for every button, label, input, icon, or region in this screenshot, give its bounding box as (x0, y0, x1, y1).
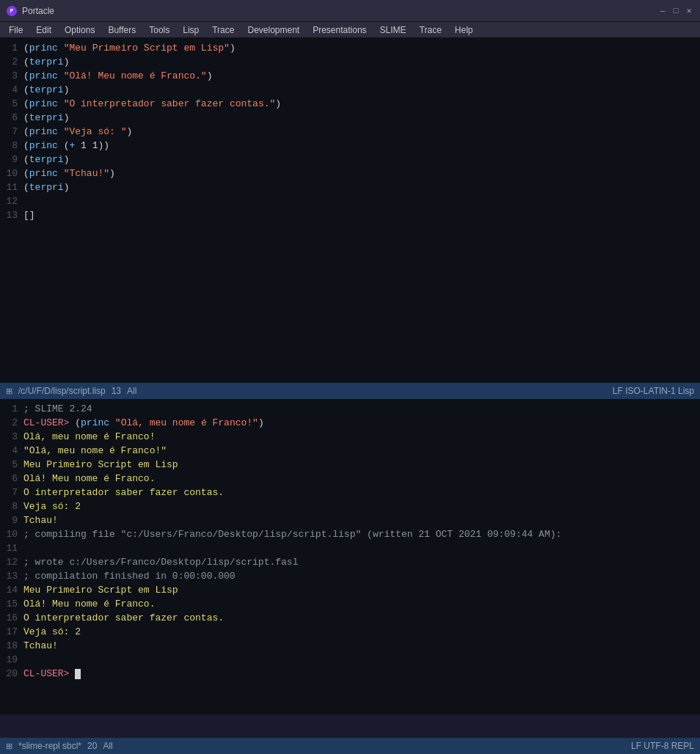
app-icon: P (6, 5, 18, 17)
repl-line-14: 14 Meu Primeiro Script em Lisp (0, 583, 700, 597)
repl-line-12: 12 ; wrote c:/Users/Franco/Desktop/lisp/… (0, 555, 700, 569)
editor-line-13: 13 [] (0, 208, 700, 222)
repl-line-20: 20 CL-USER> (0, 667, 700, 681)
repl-status-lines: 20 (87, 741, 97, 751)
repl-line-11: 11 (0, 541, 700, 555)
repl-code-area: 1 ; SLIME 2.24 2 CL-USER> (princ "Olá, m… (0, 399, 700, 684)
repl-line-5: 5 Meu Primeiro Script em Lisp (0, 458, 700, 472)
editor-code-area: 1 (princ "Meu Primeiro Script em Lisp") … (0, 38, 700, 225)
editor-encoding: LF ISO-LATIN-1 Lisp (613, 386, 694, 396)
repl-line-4: 4 "Olá, meu nome é Franco!" (0, 444, 700, 458)
repl-line-10: 10 ; compiling file "c:/Users/Franco/Des… (0, 527, 700, 541)
repl-status-icon: ⊞ (6, 742, 12, 751)
repl-encoding: LF UTF-8 REPL (631, 741, 694, 751)
close-button[interactable]: ✕ (684, 6, 694, 16)
editor-line-8: 8 (princ (+ 1 1)) (0, 139, 700, 153)
editor-line-7: 7 (princ "Veja só: ") (0, 125, 700, 139)
menu-edit[interactable]: Edit (30, 23, 57, 37)
repl-line-1: 1 ; SLIME 2.24 (0, 402, 700, 416)
editor-line-10: 10 (princ "Tchau!") (0, 166, 700, 180)
editor-status-lines: 13 (112, 386, 121, 396)
editor-line-9: 9 (terpri) (0, 153, 700, 166)
repl-line-6: 6 Olá! Meu nome é Franco. (0, 472, 700, 486)
menubar: File Edit Options Buffers Tools Lisp Tra… (0, 22, 700, 38)
menu-trace1[interactable]: Trace (206, 23, 240, 37)
editor-status-path: /c/U/F/D/lisp/script.lisp (18, 386, 106, 396)
repl-pane[interactable]: 1 ; SLIME 2.24 2 CL-USER> (princ "Olá, m… (0, 399, 700, 714)
menu-help[interactable]: Help (449, 23, 479, 37)
editor-line-2: 2 (terpri) (0, 55, 700, 69)
window-title: Portacle (22, 6, 657, 16)
editor-status-bar: ⊞ /c/U/F/D/lisp/script.lisp 13 All LF IS… (0, 383, 700, 399)
repl-line-7: 7 O interpretador saber fazer contas. (0, 486, 700, 499)
repl-status-left: ⊞ *slime-repl sbcl* 20 All (6, 741, 113, 751)
menu-lisp[interactable]: Lisp (177, 23, 205, 37)
menu-presentations[interactable]: Presentations (307, 23, 372, 37)
titlebar: P Portacle — □ ✕ (0, 0, 700, 22)
menu-tools[interactable]: Tools (143, 23, 175, 37)
repl-line-13: 13 ; compilation finished in 0:00:00.000 (0, 569, 700, 583)
editor-pane[interactable]: 1 (princ "Meu Primeiro Script em Lisp") … (0, 38, 700, 383)
editor-line-6: 6 (terpri) (0, 111, 700, 125)
editor-status-right: LF ISO-LATIN-1 Lisp (613, 386, 694, 396)
editor-line-1: 1 (princ "Meu Primeiro Script em Lisp") (0, 41, 700, 55)
portacle-logo: P (7, 6, 17, 16)
editor-status-left: ⊞ /c/U/F/D/lisp/script.lisp 13 All (6, 386, 136, 396)
repl-status-right: LF UTF-8 REPL (631, 741, 694, 751)
menu-trace2[interactable]: Trace (414, 23, 448, 37)
repl-line-2: 2 CL-USER> (princ "Olá, meu nome é Franc… (0, 416, 700, 430)
menu-slime[interactable]: SLIME (374, 23, 412, 37)
editor-line-5: 5 (princ "O interpretador saber fazer co… (0, 97, 700, 111)
menu-options[interactable]: Options (59, 23, 101, 37)
repl-status-name: *slime-repl sbcl* (18, 741, 81, 751)
editor-line-3: 3 (princ "Olá! Meu nome é Franco.") (0, 69, 700, 83)
menu-buffers[interactable]: Buffers (102, 23, 142, 37)
repl-line-8: 8 Veja só: 2 (0, 499, 700, 513)
editor-line-4: 4 (terpri) (0, 83, 700, 97)
cursor (75, 669, 81, 679)
window-controls: — □ ✕ (657, 6, 694, 16)
menu-development[interactable]: Development (241, 23, 305, 37)
repl-line-16: 16 O interpretador saber fazer contas. (0, 611, 700, 625)
menu-file[interactable]: File (3, 23, 29, 37)
repl-status-bar: ⊞ *slime-repl sbcl* 20 All LF UTF-8 REPL (0, 738, 700, 754)
editor-status-all: All (127, 386, 136, 396)
repl-line-19: 19 (0, 653, 700, 667)
repl-line-3: 3 Olá, meu nome é Franco! (0, 430, 700, 444)
repl-line-15: 15 Olá! Meu nome é Franco. (0, 597, 700, 611)
editor-line-12: 12 (0, 194, 700, 208)
maximize-button[interactable]: □ (671, 6, 681, 16)
repl-line-9: 9 Tchau! (0, 513, 700, 527)
minimize-button[interactable]: — (657, 6, 668, 16)
repl-line-17: 17 Veja só: 2 (0, 625, 700, 639)
editor-line-11: 11 (terpri) (0, 180, 700, 194)
repl-status-all: All (103, 741, 112, 751)
repl-line-18: 18 Tchau! (0, 639, 700, 653)
editor-status-icon: ⊞ (6, 387, 12, 396)
